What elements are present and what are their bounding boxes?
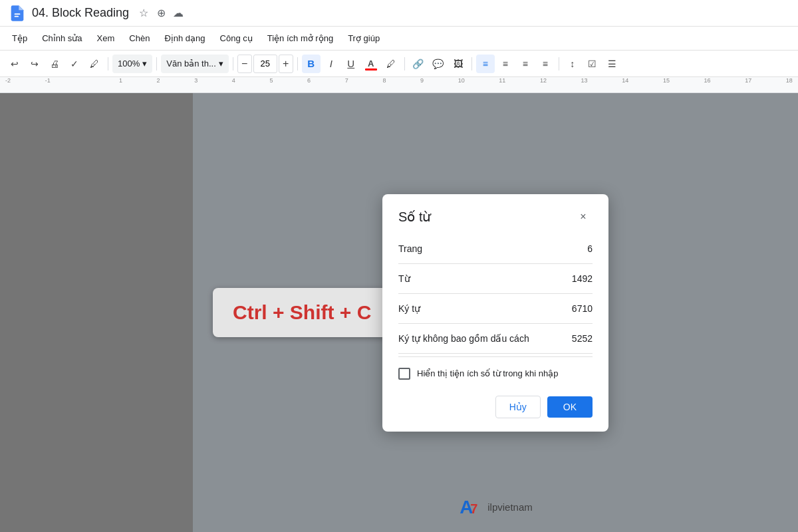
stat-row-kytu: Ký tự 6710: [398, 294, 593, 324]
menu-tep[interactable]: Tệp: [5, 31, 34, 46]
zoom-selector[interactable]: 100% ▾: [112, 55, 152, 73]
zoom-arrow: ▾: [142, 59, 147, 68]
star-icon[interactable]: ☆: [137, 7, 150, 20]
undo-btn[interactable]: ↩: [5, 55, 24, 73]
underline-btn[interactable]: U: [342, 55, 360, 73]
fontsize-plus[interactable]: +: [279, 55, 293, 73]
separator-2: [156, 57, 157, 70]
checkbox-display-widget[interactable]: [398, 368, 410, 380]
document-title: 04. Block Reading: [32, 6, 129, 20]
image-btn[interactable]: 🖼: [449, 55, 467, 73]
ruler-numbers: -2-1123456789101112131415161718: [0, 77, 798, 86]
stat-row-kytu-nodash: Ký tự không bao gồm dấu cách 5252: [398, 324, 593, 354]
align-center-btn[interactable]: ≡: [496, 55, 515, 73]
menu-bar: Tệp Chỉnh sửa Xem Chèn Định dạng Công cụ…: [0, 27, 798, 51]
stat-value-tu: 1492: [572, 273, 593, 284]
style-arrow: ▾: [219, 59, 223, 68]
document-area: Ctrl + Shift + C Số từ × Trang 6 Từ 14: [193, 93, 798, 532]
menu-congcu[interactable]: Công cụ: [213, 31, 259, 46]
stat-row-tu: Từ 1492: [398, 264, 593, 294]
modal-footer: Hủy OK: [382, 385, 608, 432]
cancel-button[interactable]: Hủy: [495, 396, 541, 418]
stat-label-tu: Từ: [398, 273, 410, 284]
menu-chen[interactable]: Chèn: [122, 31, 156, 46]
comment-btn[interactable]: 💬: [429, 55, 448, 73]
person-icon[interactable]: ⊕: [154, 7, 168, 20]
separator-1: [108, 57, 108, 70]
link-btn[interactable]: 🔗: [409, 55, 428, 73]
modal-overlay: Số từ × Trang 6 Từ 1492 Ký tự 6710: [193, 93, 798, 532]
toolbar: ↩ ↪ 🖨 ✓ 🖊 100% ▾ Văn bản th... ▾ − + B I…: [0, 51, 798, 77]
spellcheck-btn[interactable]: ✓: [65, 55, 84, 73]
fontsize-minus[interactable]: −: [237, 55, 252, 73]
ruler: -2-1123456789101112131415161718: [0, 77, 798, 93]
stat-value-trang: 6: [587, 243, 593, 254]
stat-value-kytu-nodash: 5252: [572, 333, 593, 344]
separator-3: [233, 57, 233, 70]
menu-chinhsua[interactable]: Chỉnh sửa: [35, 31, 88, 46]
title-bar: 04. Block Reading ☆ ⊕ ☁: [0, 0, 798, 27]
italic-btn[interactable]: I: [322, 55, 340, 73]
cloud-icon[interactable]: ☁: [172, 7, 185, 20]
menu-tienich[interactable]: Tiện ích mở rộng: [261, 31, 340, 46]
list-btn[interactable]: ☰: [603, 55, 622, 73]
checkbox-row: Hiển thị tiện ích số từ trong khi nhập: [398, 356, 593, 385]
checklist-btn[interactable]: ☑: [583, 55, 602, 73]
docs-icon: [8, 4, 27, 23]
word-count-modal: Số từ × Trang 6 Từ 1492 Ký tự 6710: [382, 194, 608, 432]
separator-5: [404, 57, 405, 70]
separator-6: [471, 57, 472, 70]
redo-btn[interactable]: ↪: [25, 55, 44, 73]
modal-title: Số từ: [398, 209, 431, 225]
stat-label-kytu: Ký tự: [398, 303, 420, 314]
ok-button[interactable]: OK: [547, 396, 593, 418]
menu-trogiup[interactable]: Trợ giúp: [341, 31, 386, 46]
highlight-btn[interactable]: 🖊: [382, 55, 400, 73]
bold-btn[interactable]: B: [302, 55, 321, 73]
sidebar-left: [0, 93, 193, 532]
align-justify-btn[interactable]: ≡: [536, 55, 555, 73]
menu-xem[interactable]: Xem: [90, 31, 122, 46]
fontsize-control: − +: [237, 55, 293, 73]
modal-close-btn[interactable]: ×: [574, 207, 593, 226]
zoom-value: 100%: [118, 59, 140, 68]
menu-dinhcang[interactable]: Định dạng: [158, 31, 211, 46]
align-left-btn[interactable]: ≡: [476, 55, 495, 73]
modal-header: Số từ ×: [382, 194, 608, 234]
title-icons: ☆ ⊕ ☁: [137, 7, 185, 20]
fontsize-input[interactable]: [253, 55, 277, 73]
font-color-btn[interactable]: A: [362, 55, 380, 73]
modal-body: Trang 6 Từ 1492 Ký tự 6710 Ký tự không b…: [382, 234, 608, 385]
separator-4: [297, 57, 298, 70]
stat-label-kytu-nodash: Ký tự không bao gồm dấu cách: [398, 333, 529, 344]
separator-7: [559, 57, 559, 70]
checkbox-label-display: Hiển thị tiện ích số từ trong khi nhập: [417, 368, 558, 378]
style-value: Văn bản th...: [166, 59, 216, 68]
style-selector[interactable]: Văn bản th... ▾: [161, 55, 229, 73]
main-content: Ctrl + Shift + C Số từ × Trang 6 Từ 14: [0, 93, 798, 532]
stat-value-kytu: 6710: [572, 303, 593, 314]
paintformat-btn[interactable]: 🖊: [85, 55, 104, 73]
print-btn[interactable]: 🖨: [45, 55, 64, 73]
stat-row-trang: Trang 6: [398, 234, 593, 264]
stat-label-trang: Trang: [398, 243, 422, 254]
align-right-btn[interactable]: ≡: [516, 55, 535, 73]
linespacing-btn[interactable]: ↕: [563, 55, 582, 73]
